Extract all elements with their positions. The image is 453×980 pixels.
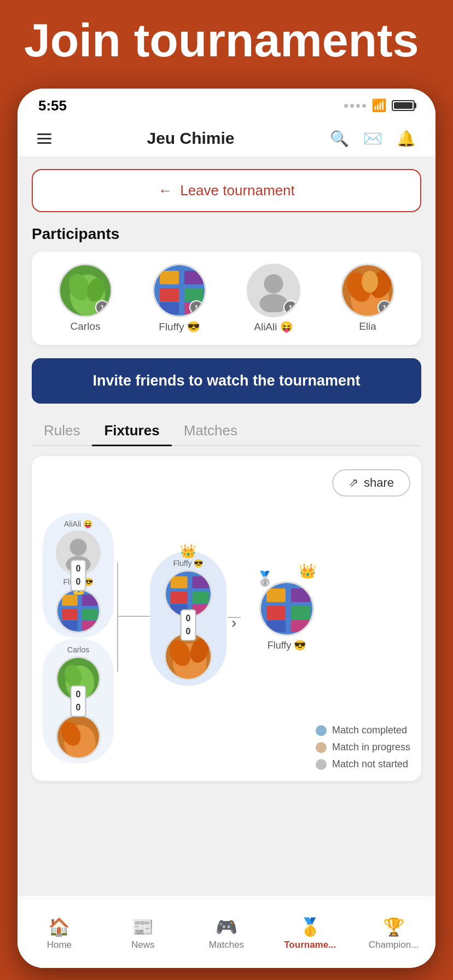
- avatar-carlos: 1: [59, 264, 112, 317]
- champion-icon: 🏆: [383, 917, 405, 937]
- score-r1m1: 00: [71, 559, 86, 591]
- nav-news-label: News: [131, 940, 155, 950]
- svg-rect-5: [160, 271, 179, 284]
- legend-progress-label: Match in progress: [332, 742, 410, 753]
- nav-matches[interactable]: 🎮 Matches: [185, 911, 269, 956]
- participant-elia: 1 Elia: [323, 264, 413, 333]
- avatar-aliali: 1: [247, 264, 300, 317]
- slot-semifinal: 👑 Fluffy 😎: [150, 551, 226, 686]
- nav-home[interactable]: 🏠 Home: [18, 911, 101, 956]
- svg-rect-24: [82, 609, 98, 620]
- bell-icon[interactable]: 🔔: [397, 130, 416, 148]
- wifi-icon: 📶: [371, 98, 386, 113]
- content-area: ← Leave tournament Participants: [18, 157, 435, 896]
- status-icons: 📶: [344, 98, 415, 113]
- legend-completed-label: Match completed: [332, 725, 407, 736]
- nav-home-label: Home: [47, 940, 72, 950]
- legend-notstarted-label: Match not started: [332, 759, 408, 770]
- svg-point-18: [70, 539, 87, 556]
- nav-tournament[interactable]: 🥇 Tourname...: [268, 911, 352, 956]
- banner-title: Join tournaments: [24, 15, 429, 65]
- participants-section-title: Participants: [32, 225, 421, 243]
- svg-rect-47: [266, 606, 286, 620]
- svg-rect-50: [291, 620, 310, 632]
- svg-rect-49: [266, 620, 286, 632]
- matches-icon: 🎮: [216, 917, 237, 937]
- app-header: Jeu Chimie 🔍 ✉️ 🔔: [18, 120, 435, 157]
- nav-champion-label: Champion...: [369, 940, 419, 950]
- participant-name-fluffy: Fluffy 😎: [159, 320, 200, 333]
- badge-fluffy: 1: [189, 300, 204, 314]
- share-label: share: [364, 476, 394, 490]
- bracket-container: AliAli 😝 Fluffy 😎: [43, 508, 410, 770]
- svg-rect-6: [184, 271, 204, 284]
- svg-rect-22: [82, 594, 98, 606]
- svg-rect-36: [171, 592, 188, 604]
- nav-news[interactable]: 📰 News: [101, 911, 185, 956]
- nav-matches-label: Matches: [209, 940, 244, 950]
- back-arrow-icon: ←: [158, 182, 172, 199]
- score-r1m2: 00: [71, 685, 86, 717]
- news-icon: 📰: [132, 917, 154, 937]
- svg-rect-37: [192, 592, 209, 604]
- svg-rect-23: [62, 609, 78, 620]
- svg-rect-8: [184, 288, 204, 302]
- header-action-icons: 🔍 ✉️ 🔔: [330, 130, 416, 148]
- svg-point-11: [264, 274, 283, 293]
- svg-rect-35: [192, 576, 209, 588]
- fixtures-card: ⇗ share AliAli 😝: [32, 456, 421, 781]
- search-icon[interactable]: 🔍: [330, 130, 349, 148]
- svg-rect-26: [82, 621, 98, 631]
- badge-carlos: 1: [95, 300, 109, 314]
- legend: Match completed Match in progress Match …: [316, 725, 410, 770]
- participants-card: 1 Carlos: [32, 252, 421, 345]
- leave-tournament-button[interactable]: ← Leave tournament: [32, 169, 421, 212]
- legend-progress: Match in progress: [316, 742, 410, 753]
- bottom-nav: 🏠 Home 📰 News 🎮 Matches 🥇 Tourname... 🏆 …: [18, 898, 435, 968]
- participant-aliali: 1 AliAli 😝: [229, 264, 318, 333]
- top-banner: Join tournaments: [0, 0, 453, 73]
- svg-rect-48: [291, 606, 310, 620]
- avatar-elia: 1: [341, 264, 394, 317]
- badge-elia: 1: [378, 300, 392, 314]
- participant-name-carlos: Carlos: [71, 320, 101, 332]
- battery-icon: [392, 100, 415, 111]
- nav-tournament-label: Tourname...: [284, 940, 336, 950]
- signal-dots-icon: [344, 104, 366, 108]
- avatar-fluffy: 1: [153, 264, 206, 317]
- participant-name-elia: Elia: [359, 320, 376, 332]
- line-r1-mid-h: [117, 616, 150, 617]
- legend-completed: Match completed: [316, 725, 407, 736]
- invite-friends-button[interactable]: Invite friends to watch the tournament: [32, 358, 421, 404]
- participant-carlos: 1 Carlos: [40, 264, 130, 333]
- share-button[interactable]: ⇗ share: [332, 469, 410, 497]
- tab-fixtures[interactable]: Fixtures: [92, 417, 171, 446]
- menu-button[interactable]: [37, 133, 51, 144]
- svg-rect-7: [160, 288, 179, 302]
- mail-icon[interactable]: ✉️: [363, 130, 382, 148]
- participant-name-aliali: AliAli 😝: [254, 320, 293, 333]
- legend-notstarted: Match not started: [316, 759, 408, 770]
- svg-rect-34: [171, 576, 188, 588]
- badge-aliali: 1: [283, 300, 298, 314]
- slot-carlos-elia-r1: Carlos Elia: [43, 639, 114, 763]
- participant-fluffy: 1 Fluffy 😎: [135, 264, 224, 333]
- svg-rect-9: [160, 302, 179, 314]
- tab-matches[interactable]: Matches: [172, 417, 249, 446]
- svg-rect-45: [266, 588, 286, 602]
- slot-aliali-r1: AliAli 😝 Fluffy 😎: [43, 513, 114, 638]
- home-icon: 🏠: [48, 917, 70, 937]
- tournament-icon: 🥇: [299, 917, 321, 937]
- phone-frame: 5:55 📶 Jeu C: [18, 89, 435, 968]
- share-icon: ⇗: [349, 476, 358, 490]
- svg-point-17: [362, 271, 378, 293]
- status-time: 5:55: [38, 97, 67, 114]
- svg-rect-46: [291, 588, 310, 602]
- app-title: Jeu Chimie: [147, 129, 234, 148]
- nav-champion[interactable]: 🏆 Champion...: [352, 911, 435, 956]
- invite-friends-label: Invite friends to watch the tournament: [92, 372, 360, 389]
- line-r1-bot-v: [117, 617, 118, 672]
- tab-rules[interactable]: Rules: [32, 417, 92, 446]
- status-bar: 5:55 📶: [18, 89, 435, 120]
- score-r2: 00: [181, 609, 196, 641]
